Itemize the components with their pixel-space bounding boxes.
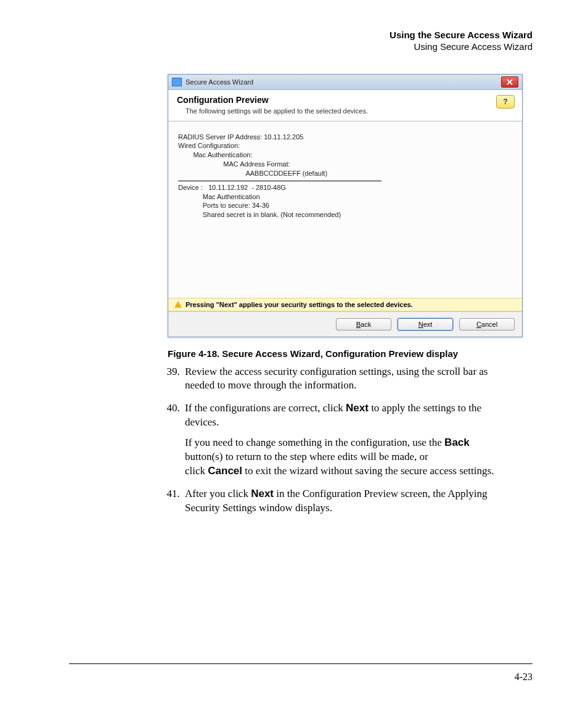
footer-rule [69, 663, 533, 664]
device-line: Ports to secure: 34-36 [178, 201, 512, 210]
back-button[interactable]: Back [336, 318, 391, 330]
running-head: Using the Secure Access Wizard Using Sec… [69, 30, 533, 53]
next-keyword: Next [251, 488, 274, 499]
device-line: Shared secret is in blank. (Not recommen… [178, 210, 512, 220]
config-line: MAC Address Format: [178, 160, 512, 169]
config-line: AABBCCDDEEFF (default) [178, 169, 512, 178]
wizard-figure: Secure Access Wizard Configuration Previ… [168, 74, 523, 337]
wizard-titlebar: Secure Access Wizard [168, 75, 522, 90]
warning-icon [174, 301, 182, 308]
device-line: Mac Authentication [178, 192, 512, 202]
help-button[interactable]: ? [496, 95, 515, 109]
wizard-step-subtitle: The following settings will be applied t… [186, 107, 513, 115]
figure-caption: Figure 4-18. Secure Access Wizard, Confi… [168, 348, 533, 359]
info-bar: Pressing "Next" applies your security se… [168, 298, 522, 311]
wizard-header: Configuration Preview The following sett… [168, 90, 522, 121]
running-head-title: Using the Secure Access Wizard [69, 30, 533, 41]
config-line: RADIUS Server IP Address: 10.11.12.205 [178, 133, 512, 142]
device-line: Device : 10.11.12.192 - 2810-48G [178, 183, 512, 192]
instruction-list: Review the access security configuration… [168, 365, 533, 515]
help-icon: ? [503, 97, 507, 106]
page-number: 4-23 [515, 671, 533, 683]
close-icon [507, 79, 513, 85]
config-line: Wired Configuration: [178, 141, 512, 150]
running-head-subtitle: Using Secure Access Wizard [69, 41, 533, 53]
wizard-window: Secure Access Wizard Configuration Previ… [168, 74, 523, 337]
wizard-body: RADIUS Server IP Address: 10.11.12.205 W… [168, 121, 522, 298]
next-keyword: Next [346, 402, 369, 414]
back-keyword: Back [444, 437, 470, 448]
cancel-button[interactable]: Cancel [459, 318, 515, 330]
info-message: Pressing "Next" applies your security se… [186, 301, 413, 308]
wizard-step-title: Configuration Preview [177, 95, 513, 105]
close-button[interactable] [501, 76, 518, 88]
wizard-button-bar: Back Next Cancel [168, 311, 522, 337]
next-button[interactable]: Next [398, 318, 453, 330]
window-title: Secure Access Wizard [186, 78, 253, 86]
app-icon [172, 78, 182, 86]
cancel-keyword: Cancel [208, 465, 242, 477]
config-line: Mac Authentication: [178, 150, 512, 160]
step-40: If the configurations are correct, click… [182, 401, 508, 478]
step-39: Review the access security configuration… [182, 365, 508, 393]
separator [178, 181, 382, 181]
step-41: After you click Next in the Configuratio… [182, 487, 508, 515]
